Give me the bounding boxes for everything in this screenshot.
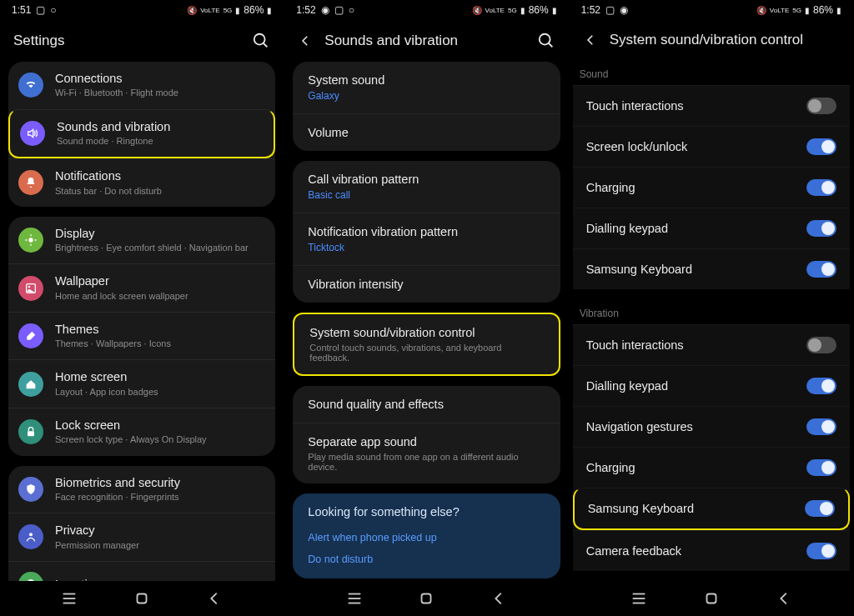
wallpaper-icon xyxy=(18,276,43,301)
sounds-item-system-sound-vibration-control[interactable]: System sound/vibration controlControl to… xyxy=(294,314,558,374)
settings-item-privacy[interactable]: PrivacyPermission manager xyxy=(8,513,275,561)
settings-item-notifications[interactable]: NotificationsStatus bar · Do not disturb xyxy=(8,158,275,207)
sounds-item-system-sound[interactable]: System soundGalaxy xyxy=(293,62,560,113)
looking-for-card: Looking for something else?Alert when ph… xyxy=(293,493,560,578)
home-button[interactable] xyxy=(133,589,151,608)
header: Settings xyxy=(0,20,284,62)
toggle-row-touch-interactions[interactable]: Touch interactions xyxy=(573,324,850,365)
toggle-switch[interactable] xyxy=(806,337,836,353)
sounds-item-sound-quality-and-effects[interactable]: Sound quality and effects xyxy=(293,386,560,423)
svg-point-16 xyxy=(539,34,550,45)
toggle-row-touch-interactions[interactable]: Touch interactions xyxy=(573,85,850,126)
item-title: Volume xyxy=(308,126,545,139)
navbar xyxy=(284,581,568,616)
toggle-switch[interactable] xyxy=(806,98,836,114)
toggle-label: Navigation gestures xyxy=(586,420,806,433)
brush-icon xyxy=(18,323,43,348)
toggle-label: Touch interactions xyxy=(586,99,806,113)
home-button[interactable] xyxy=(702,589,721,608)
item-labels: ThemesThemes · Wallpapers · Icons xyxy=(55,323,262,350)
battery-text: 86% xyxy=(529,4,549,16)
mute-icon: 🔇 xyxy=(187,6,197,15)
search-icon[interactable] xyxy=(252,32,270,50)
settings-item-wallpaper[interactable]: WallpaperHome and lock screen wallpaper xyxy=(8,263,275,312)
back-icon[interactable] xyxy=(583,33,598,48)
back-button[interactable] xyxy=(775,589,793,608)
svg-rect-9 xyxy=(28,432,34,437)
phone-settings: 1:51 ▢ ○ 🔇 VoLTE 5G ▮ 86% ▮ Settings Con… xyxy=(0,0,284,616)
settings-group: Biometrics and securityFace recognition … xyxy=(8,466,275,581)
toggle-switch[interactable] xyxy=(806,418,836,435)
toggle-row-samsung-keyboard[interactable]: Samsung Keyboard xyxy=(573,488,850,530)
toggle-row-dialling-keypad[interactable]: Dialling keypad xyxy=(573,208,850,248)
sounds-item-call-vibration-pattern[interactable]: Call vibration patternBasic call xyxy=(293,161,560,213)
toggle-label: Camera feedback xyxy=(586,544,806,558)
toggle-row-charging[interactable]: Charging xyxy=(573,167,850,208)
volte-icon: VoLTE xyxy=(200,7,219,14)
toggle-switch[interactable] xyxy=(806,138,836,155)
looking-title: Looking for something else? xyxy=(308,505,545,518)
item-labels: NotificationsStatus bar · Do not disturb xyxy=(55,169,262,197)
toggle-row-samsung-keyboard[interactable]: Samsung Keyboard xyxy=(573,248,850,289)
settings-list[interactable]: ConnectionsWi-Fi · Bluetooth · Flight mo… xyxy=(0,62,284,581)
back-button[interactable] xyxy=(490,589,508,608)
toggle-switch[interactable] xyxy=(806,261,836,278)
settings-item-lock-screen[interactable]: Lock screenScreen lock type · Always On … xyxy=(8,408,275,456)
settings-item-display[interactable]: DisplayBrightness · Eye comfort shield ·… xyxy=(8,217,275,264)
toggle-switch[interactable] xyxy=(805,500,835,517)
header: System sound/vibration control xyxy=(570,20,853,60)
looking-link[interactable]: Do not disturb xyxy=(308,548,545,570)
status-time: 1:52 xyxy=(296,4,315,16)
network-icon: 5G xyxy=(792,7,801,14)
shield-icon xyxy=(18,477,43,502)
back-icon[interactable] xyxy=(298,33,313,48)
icon-image: ▢ xyxy=(605,4,615,16)
toggle-row-charging[interactable]: Charging xyxy=(573,447,850,488)
sounds-item-volume[interactable]: Volume xyxy=(293,113,560,151)
search-icon[interactable] xyxy=(537,32,555,50)
settings-item-biometrics-and-security[interactable]: Biometrics and securityFace recognition … xyxy=(8,466,275,513)
item-title: Notifications xyxy=(55,169,262,183)
header: Sounds and vibration xyxy=(284,20,568,62)
toggle-switch[interactable] xyxy=(806,459,836,476)
sounds-item-vibration-intensity[interactable]: Vibration intensity xyxy=(293,265,560,303)
back-button[interactable] xyxy=(205,589,224,608)
settings-item-sounds-and-vibration[interactable]: Sounds and vibrationSound mode · Rington… xyxy=(8,109,275,159)
settings-item-connections[interactable]: ConnectionsWi-Fi · Bluetooth · Flight mo… xyxy=(8,62,275,109)
recents-button[interactable] xyxy=(630,589,648,608)
toggle-switch[interactable] xyxy=(806,543,836,559)
sounds-group: System sound/vibration controlControl to… xyxy=(293,313,560,376)
toggle-switch[interactable] xyxy=(806,220,836,237)
svg-rect-25 xyxy=(706,594,716,603)
signal-icon: ▮ xyxy=(235,6,240,15)
battery-text: 86% xyxy=(813,4,833,16)
item-subtitle: Play media sound from one app on a diffe… xyxy=(308,452,545,472)
toggle-switch[interactable] xyxy=(806,179,836,196)
sounds-list[interactable]: System soundGalaxyVolumeCall vibration p… xyxy=(284,62,568,581)
item-subtitle: Sound mode · Ringtone xyxy=(57,136,260,147)
toggle-row-dialling-keypad[interactable]: Dialling keypad xyxy=(573,365,850,406)
toggle-row-navigation-gestures[interactable]: Navigation gestures xyxy=(573,406,850,447)
item-subtitle: Wi-Fi · Bluetooth · Flight mode xyxy=(55,88,262,98)
home-button[interactable] xyxy=(417,589,435,608)
item-labels: Lock screenScreen lock type · Always On … xyxy=(55,418,262,446)
toggle-list[interactable]: SoundTouch interactionsScreen lock/unloc… xyxy=(570,60,853,581)
sounds-item-notification-vibration-pattern[interactable]: Notification vibration patternTicktock xyxy=(293,213,560,265)
toggle-row-camera-feedback[interactable]: Camera feedback xyxy=(573,530,850,571)
toggle-switch[interactable] xyxy=(806,378,836,394)
item-title: Connections xyxy=(55,72,262,86)
home-icon xyxy=(18,372,43,397)
item-title: Display xyxy=(55,227,262,241)
settings-item-location[interactable]: Location xyxy=(8,561,275,581)
settings-item-themes[interactable]: ThemesThemes · Wallpapers · Icons xyxy=(8,312,275,360)
toggle-row-screen-lock-unlock[interactable]: Screen lock/unlock xyxy=(573,126,850,167)
item-subtitle: Status bar · Do not disturb xyxy=(55,186,262,197)
looking-link[interactable]: Alert when phone picked up xyxy=(308,527,545,548)
recents-button[interactable] xyxy=(60,589,78,608)
settings-item-home-screen[interactable]: Home screenLayout · App icon badges xyxy=(8,359,275,408)
sounds-item-separate-app-sound[interactable]: Separate app soundPlay media sound from … xyxy=(293,423,560,483)
lock-icon xyxy=(18,419,43,444)
recents-button[interactable] xyxy=(345,589,364,608)
item-title: Sounds and vibration xyxy=(57,120,260,134)
icon-image: ▢ xyxy=(334,4,344,16)
